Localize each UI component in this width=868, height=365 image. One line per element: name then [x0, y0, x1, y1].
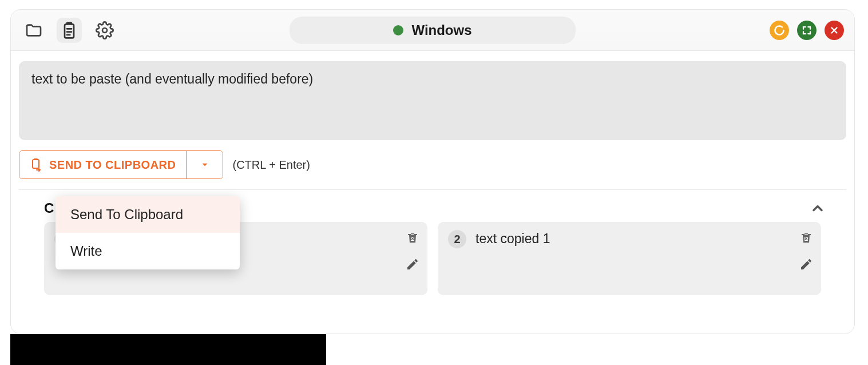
trash-icon — [406, 231, 419, 245]
send-button-label: SEND TO CLIPBOARD — [49, 158, 176, 172]
history-card-actions — [405, 230, 421, 272]
gear-icon — [96, 21, 114, 39]
clipboard-send-icon — [30, 158, 43, 172]
status-dot-icon — [393, 25, 403, 35]
settings-button[interactable] — [92, 18, 117, 43]
chevron-up-icon — [810, 200, 826, 216]
close-icon — [829, 25, 839, 35]
fullscreen-button[interactable] — [797, 21, 817, 40]
pencil-icon — [406, 257, 419, 271]
svg-point-4 — [102, 28, 107, 33]
history-section-label: C — [44, 200, 54, 216]
delete-card-button[interactable] — [798, 230, 814, 246]
svg-rect-7 — [33, 160, 39, 168]
history-card[interactable]: 2 text copied 1 — [438, 222, 821, 295]
send-split-button: SEND TO CLIPBOARD — [19, 150, 223, 179]
send-to-clipboard-button[interactable]: SEND TO CLIPBOARD — [19, 151, 186, 178]
edit-card-button[interactable] — [405, 256, 421, 272]
edit-card-button[interactable] — [798, 256, 814, 272]
action-row: SEND TO CLIPBOARD (CTRL + Enter) — [19, 150, 846, 190]
dropdown-item-write[interactable]: Write — [56, 233, 240, 269]
history-card-index: 2 — [448, 230, 466, 248]
clipboard-view-button[interactable] — [57, 18, 82, 43]
reload-icon — [774, 25, 785, 36]
app-window: Windows — [10, 9, 855, 334]
send-dropdown-toggle[interactable] — [186, 151, 223, 178]
connection-pill[interactable]: Windows — [290, 17, 576, 44]
folder-icon — [25, 21, 43, 39]
clipboard-list-icon — [60, 21, 78, 39]
fullscreen-icon — [802, 25, 812, 35]
history-card-actions — [798, 230, 814, 272]
topbar-right — [770, 21, 844, 40]
history-card-text: text copied 1 — [475, 230, 789, 247]
pencil-icon — [799, 257, 813, 271]
delete-card-button[interactable] — [405, 230, 421, 246]
collapse-section-button[interactable] — [810, 200, 826, 216]
dropdown-item-send-to-clipboard[interactable]: Send To Clipboard — [56, 196, 240, 233]
paste-textarea[interactable] — [19, 61, 846, 140]
chevron-down-icon — [200, 160, 210, 170]
topbar: Windows — [11, 10, 854, 51]
reload-button[interactable] — [770, 21, 789, 40]
send-mode-dropdown: Send To Clipboard Write — [56, 196, 240, 269]
trash-icon — [799, 231, 813, 245]
connection-title: Windows — [411, 22, 471, 38]
topbar-left — [21, 18, 117, 43]
folder-button[interactable] — [21, 18, 46, 43]
close-button[interactable] — [825, 21, 844, 40]
black-bar — [10, 334, 326, 365]
shortcut-hint: (CTRL + Enter) — [232, 158, 310, 172]
